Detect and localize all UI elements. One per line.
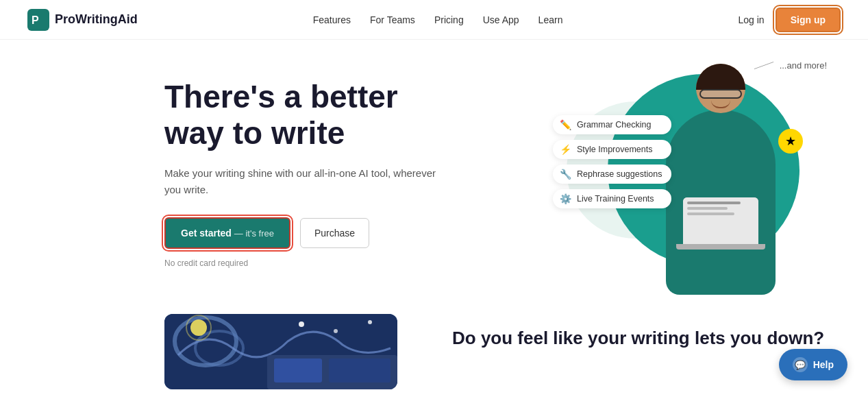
wrench-icon: 🔧 [560,169,571,180]
and-more-label: ...and more! [754,60,827,71]
svg-rect-12 [329,359,390,382]
nav-learn[interactable]: Learn [538,14,563,25]
starry-night-svg [164,314,397,389]
purchase-button[interactable]: Purchase [300,218,369,248]
hero-subtitle: Make your writing shine with our all-in-… [164,165,452,198]
svg-point-7 [299,321,304,327]
starry-night-image [164,314,397,389]
badge-training: ⚙️ Live Training Events [553,189,671,208]
logo-icon: P [27,9,49,31]
laptop-screen [683,197,758,245]
lightning-icon: ⚡ [560,144,571,155]
logo[interactable]: P ProWritingAid [27,9,138,31]
pencil-icon: ✏️ [560,119,571,130]
feature-badges: ✏️ Grammar Checking ⚡ Style Improvements… [553,115,671,208]
help-label: Help [813,359,834,370]
badge-rephrase: 🔧 Rephrase suggestions [553,165,671,184]
star-badge: ★ [778,129,803,154]
badge-grammar-label: Grammar Checking [577,120,651,130]
star-icon: ★ [785,134,796,149]
hero-content: There's a better way to write Make your … [164,79,452,268]
signup-button[interactable]: Sign up [776,8,841,32]
hero-buttons: Get started — it's free Purchase [164,217,452,249]
hero-title: There's a better way to write [164,79,452,151]
free-label: — it's free [234,228,274,239]
badge-grammar: ✏️ Grammar Checking [553,115,671,134]
help-chat-icon: 💬 [793,357,808,372]
svg-point-8 [334,329,338,333]
brand-name: ProWritingAid [55,12,138,27]
bottom-section: Do you feel like your writing lets you d… [0,300,868,401]
badge-style: ⚡ Style Improvements [553,140,671,159]
get-started-label: Get started [181,228,232,239]
no-credit-text: No credit card required [164,258,452,268]
badge-style-label: Style Improvements [577,145,652,154]
and-more-line [754,62,773,69]
svg-text:P: P [32,14,39,26]
person-glasses [699,89,742,99]
badge-training-label: Live Training Events [577,194,654,204]
help-button[interactable]: 💬 Help [779,349,847,380]
hero-visual: ★ ...and more! ✏️ Grammar Checking ⚡ Sty… [553,47,841,293]
svg-rect-11 [274,359,322,382]
and-more-text: ...and more! [780,60,827,71]
navigation: P ProWritingAid Features For Teams Prici… [0,0,868,40]
svg-point-9 [368,320,372,324]
badge-rephrase-label: Rephrase suggestions [577,169,662,179]
get-started-button[interactable]: Get started — it's free [164,217,290,249]
svg-point-5 [190,319,207,336]
nav-for-teams[interactable]: For Teams [370,14,415,25]
nav-features[interactable]: Features [313,14,351,25]
bottom-text: Do you feel like your writing lets you d… [452,314,824,349]
laptop-base [676,244,765,250]
hero-section: There's a better way to write Make your … [0,40,868,300]
gear-icon: ⚙️ [560,193,571,204]
login-button[interactable]: Log in [739,14,765,25]
person-hair [696,64,745,90]
nav-links: Features For Teams Pricing Use App Learn [313,14,563,25]
bottom-heading: Do you feel like your writing lets you d… [452,328,824,349]
nav-pricing[interactable]: Pricing [434,14,464,25]
nav-actions: Log in Sign up [739,8,841,32]
nav-use-app[interactable]: Use App [483,14,519,25]
